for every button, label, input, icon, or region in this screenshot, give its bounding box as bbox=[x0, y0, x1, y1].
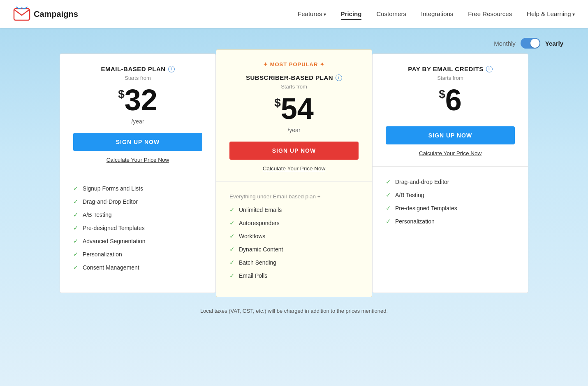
footer-note: Local taxes (VAT, GST, etc.) will be cha… bbox=[0, 301, 588, 321]
price-period-subscriber: /year bbox=[287, 127, 300, 133]
feature-sub-1: ✓ Unlimited Emails bbox=[229, 206, 359, 214]
navbar: Campaigns Features Pricing Customers Int… bbox=[0, 0, 588, 28]
check-icon: ✓ bbox=[73, 237, 79, 245]
info-icon-credits[interactable]: i bbox=[486, 66, 493, 72]
features-subscriber: Everything under Email-based plan + ✓ Un… bbox=[216, 182, 372, 297]
calculate-link-email[interactable]: Calculate Your Price Now bbox=[106, 157, 169, 163]
plan-pay-by-credits: PAY BY EMAIL CREDITS i Starts from $ 6 S… bbox=[372, 53, 528, 293]
feature-email-5: ✓ Advanced Segmentation bbox=[73, 237, 202, 245]
check-icon: ✓ bbox=[73, 264, 79, 271]
yearly-label: Yearly bbox=[545, 40, 563, 47]
card-top-email: EMAIL-BASED PLAN i Starts from $ 32 /yea… bbox=[60, 54, 215, 173]
nav-item-pricing[interactable]: Pricing bbox=[341, 10, 362, 18]
price-amount-subscriber: 54 bbox=[281, 94, 314, 123]
nav-link-free-resources[interactable]: Free Resources bbox=[468, 10, 512, 17]
nav-item-integrations[interactable]: Integrations bbox=[421, 10, 453, 18]
toggle-knob bbox=[530, 39, 539, 48]
feature-sub-6: ✓ Email Polls bbox=[229, 272, 359, 279]
feature-sub-5: ✓ Batch Sending bbox=[229, 259, 359, 266]
price-dollar-credits: $ bbox=[439, 88, 445, 100]
feature-email-1: ✓ Signup Forms and Lists bbox=[73, 185, 202, 192]
starts-from-email: Starts from bbox=[125, 75, 151, 81]
nav-link-pricing[interactable]: Pricing bbox=[341, 10, 362, 20]
check-icon: ✓ bbox=[73, 185, 79, 192]
nav-link-integrations[interactable]: Integrations bbox=[421, 10, 453, 17]
price-amount-credits: 6 bbox=[445, 85, 462, 115]
check-icon: ✓ bbox=[386, 191, 391, 199]
plan-subscriber-based: ✦ MOST POPULAR ✦ SUBSCRIBER-BASED PLAN i… bbox=[216, 49, 372, 297]
popular-badge: ✦ MOST POPULAR ✦ bbox=[263, 61, 325, 67]
plan-name-subscriber: SUBSCRIBER-BASED PLAN i bbox=[246, 74, 342, 81]
price-amount-email: 32 bbox=[125, 85, 157, 115]
check-icon: ✓ bbox=[386, 205, 391, 212]
brand-name: Campaigns bbox=[34, 9, 78, 19]
nav-link-help[interactable]: Help & Learning bbox=[527, 10, 575, 17]
info-icon-subscriber[interactable]: i bbox=[336, 74, 342, 81]
feature-email-2: ✓ Drag-and-Drop Editor bbox=[73, 198, 202, 205]
svg-rect-0 bbox=[14, 9, 30, 20]
calculate-link-credits[interactable]: Calculate Your Price Now bbox=[419, 150, 482, 156]
feature-email-3: ✓ A/B Testing bbox=[73, 211, 202, 219]
price-display-credits: $ 6 bbox=[439, 85, 462, 115]
nav-item-help[interactable]: Help & Learning bbox=[527, 10, 575, 18]
nav-item-features[interactable]: Features bbox=[298, 10, 326, 18]
features-email: ✓ Signup Forms and Lists ✓ Drag-and-Drop… bbox=[60, 173, 215, 293]
feature-email-4: ✓ Pre-designed Templates bbox=[73, 224, 202, 232]
price-period-email: /year bbox=[131, 118, 144, 125]
check-icon: ✓ bbox=[229, 272, 235, 279]
check-icon: ✓ bbox=[229, 246, 235, 253]
plan-name-email: EMAIL-BASED PLAN i bbox=[101, 65, 174, 72]
feature-sub-3: ✓ Workflows bbox=[229, 233, 359, 240]
card-top-subscriber: ✦ MOST POPULAR ✦ SUBSCRIBER-BASED PLAN i… bbox=[216, 50, 372, 182]
nav-link-features[interactable]: Features bbox=[298, 10, 326, 17]
price-display-subscriber: $ 54 bbox=[274, 94, 314, 123]
feature-cred-1: ✓ Drag-and-drop Editor bbox=[386, 178, 515, 186]
price-dollar-email: $ bbox=[118, 88, 125, 100]
nav-item-customers[interactable]: Customers bbox=[376, 10, 406, 18]
nav-links: Features Pricing Customers Integrations … bbox=[298, 10, 575, 18]
nav-link-customers[interactable]: Customers bbox=[376, 10, 406, 17]
pricing-section: EMAIL-BASED PLAN i Starts from $ 32 /yea… bbox=[0, 53, 588, 301]
check-icon: ✓ bbox=[73, 198, 79, 205]
brand[interactable]: Campaigns bbox=[13, 6, 78, 22]
card-top-credits: PAY BY EMAIL CREDITS i Starts from $ 6 S… bbox=[373, 54, 528, 167]
signup-button-credits[interactable]: SIGN UP NOW bbox=[386, 126, 515, 144]
features-note-subscriber: Everything under Email-based plan + bbox=[229, 193, 359, 200]
feature-sub-4: ✓ Dynamic Content bbox=[229, 246, 359, 253]
plan-email-based: EMAIL-BASED PLAN i Starts from $ 32 /yea… bbox=[60, 53, 216, 293]
check-icon: ✓ bbox=[73, 251, 79, 258]
check-icon: ✓ bbox=[386, 218, 391, 225]
info-icon-email[interactable]: i bbox=[168, 66, 175, 72]
billing-toggle-switch[interactable] bbox=[521, 38, 540, 49]
feature-cred-3: ✓ Pre-designed Templates bbox=[386, 205, 515, 212]
features-credits: ✓ Drag-and-drop Editor ✓ A/B Testing ✓ P… bbox=[373, 167, 528, 293]
monthly-label: Monthly bbox=[494, 40, 516, 47]
check-icon: ✓ bbox=[229, 233, 235, 240]
feature-email-7: ✓ Consent Management bbox=[73, 264, 202, 271]
price-display-email: $ 32 bbox=[118, 85, 157, 115]
starts-from-subscriber: Starts from bbox=[281, 84, 307, 90]
feature-email-6: ✓ Personalization bbox=[73, 251, 202, 258]
logo-icon bbox=[13, 6, 30, 22]
starts-from-credits: Starts from bbox=[437, 75, 463, 81]
check-icon: ✓ bbox=[229, 206, 235, 214]
check-icon: ✓ bbox=[73, 211, 79, 219]
check-icon: ✓ bbox=[73, 224, 79, 232]
check-icon: ✓ bbox=[386, 178, 391, 186]
calculate-link-subscriber[interactable]: Calculate Your Price Now bbox=[263, 165, 325, 172]
check-icon: ✓ bbox=[229, 259, 235, 266]
check-icon: ✓ bbox=[229, 219, 235, 227]
price-dollar-subscriber: $ bbox=[274, 97, 281, 109]
signup-button-email[interactable]: SIGN UP NOW bbox=[73, 133, 202, 151]
signup-button-subscriber[interactable]: SIGN UP NOW bbox=[229, 142, 359, 160]
plan-name-credits: PAY BY EMAIL CREDITS i bbox=[408, 65, 492, 72]
feature-cred-2: ✓ A/B Testing bbox=[386, 191, 515, 199]
feature-sub-2: ✓ Autoresponders bbox=[229, 219, 359, 227]
feature-cred-4: ✓ Personalization bbox=[386, 218, 515, 225]
nav-item-free-resources[interactable]: Free Resources bbox=[468, 10, 512, 18]
